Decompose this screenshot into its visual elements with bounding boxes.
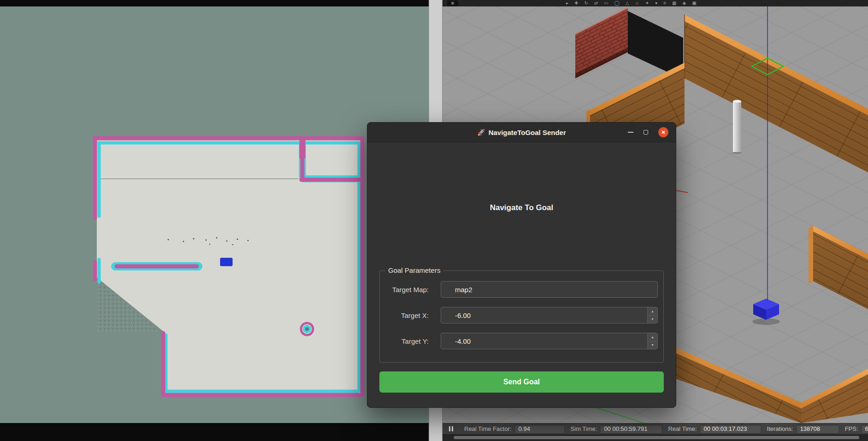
sphere-shape-icon[interactable]: ◯ [614,0,620,6]
cylinder-shape-icon[interactable]: △ [626,0,629,6]
pillar-cylinder [732,100,742,154]
rocket-icon: 🚀 [477,129,485,136]
target-x-row: Target X: ▲ ▼ [383,307,658,323]
real-time-factor-stat: Real Time Factor: 0.94 [464,424,565,434]
sun-light-icon[interactable]: ☼ [635,0,639,6]
maximize-button[interactable] [644,130,648,135]
box-shape-icon[interactable]: ▭ [604,0,608,6]
horizontal-scrollbar[interactable] [454,436,859,439]
gazebo-toolbar: ▣ ▸ ✚ ↻ ⇄ ▭ ◯ △ ☼ ✦ ▾ ≡ ▦ ◈ ▣ [443,0,868,6]
goal-parameters-group: Goal Parameters Target Map: Target X: ▲ … [379,270,664,363]
target-map-row: Target Map: [383,281,658,298]
gazebo-menu-button[interactable]: ▣ [447,0,458,6]
real-time-stat: Real Time: 00 00:03:17.023 [668,424,761,434]
real-time-value: 00 00:03:17.023 [700,424,762,434]
target-x-input[interactable] [441,307,658,323]
target-x-label: Target X: [383,312,429,319]
target-y-input[interactable] [441,333,658,349]
gazebo-statusbar: Real Time Factor: 0.94 Sim Time: 00 00:5… [443,423,868,434]
target-y-spin-up-icon[interactable]: ▲ [648,333,657,341]
target-x-spin-up-icon[interactable]: ▲ [648,307,657,316]
real-time-factor-value: 0.94 [514,424,565,434]
dialog-title-text: NavigateToGoal Sender [489,129,566,136]
spot-light-icon[interactable]: ▾ [655,0,657,6]
sim-time-value: 00 00:50:59.791 [600,424,662,434]
minimize-button[interactable] [628,132,633,133]
select-tool-icon[interactable]: ▸ [566,0,568,6]
fps-label: FPS: [845,425,858,432]
target-map-label: Target Map: [383,286,429,294]
view-angle-icon[interactable]: ◈ [682,0,686,6]
scale-tool-icon[interactable]: ⇄ [594,0,598,6]
align-tool-icon[interactable]: ≡ [663,0,666,6]
screenshot-icon[interactable]: ▣ [692,0,696,6]
sim-time-label: Sim Time: [571,425,597,432]
target-y-row: Target Y: ▲ ▼ [383,333,658,349]
snap-grid-icon[interactable]: ▦ [672,0,676,6]
point-light-icon[interactable]: ✦ [645,0,649,6]
target-y-spin-down-icon[interactable]: ▼ [648,341,657,349]
target-y-label: Target Y: [383,337,429,345]
send-goal-button[interactable]: Send Goal [379,371,664,393]
rviz-panel[interactable] [0,0,429,441]
gazebo-scroll-strip [443,434,868,441]
iterations-stat: Iterations: 138708 [767,424,839,434]
sim-time-stat: Sim Time: 00 00:50:59.791 [571,424,663,434]
iterations-value: 138708 [796,424,839,434]
desktop: ▣ ▸ ✚ ↻ ⇄ ▭ ◯ △ ☼ ✦ ▾ ≡ ▦ ◈ ▣ [0,0,868,441]
dialog-title: 🚀 NavigateToGoal Sender [477,129,566,136]
fps-value: 62.49 [861,424,868,434]
goal-parameters-label: Goal Parameters [385,266,443,274]
iterations-label: Iterations: [767,425,793,432]
dialog-heading: Navigate To Goal [379,203,664,212]
target-x-spin-down-icon[interactable]: ▼ [648,316,657,323]
map-robot [220,258,232,266]
navigate-to-goal-window: 🚀 NavigateToGoal Sender ✕ Navigate To Go… [367,122,676,408]
fps-stat: FPS: 62.49 [845,424,868,434]
pause-button[interactable] [449,426,453,431]
real-time-label: Real Time: [668,425,697,432]
target-map-input[interactable] [441,281,658,298]
rviz-map-view[interactable] [0,0,429,441]
real-time-factor-label: Real Time Factor: [464,425,512,432]
dialog-titlebar[interactable]: 🚀 NavigateToGoal Sender ✕ [367,123,676,142]
translate-tool-icon[interactable]: ✚ [574,0,578,6]
close-button[interactable]: ✕ [658,127,668,137]
rotate-tool-icon[interactable]: ↻ [584,0,588,6]
